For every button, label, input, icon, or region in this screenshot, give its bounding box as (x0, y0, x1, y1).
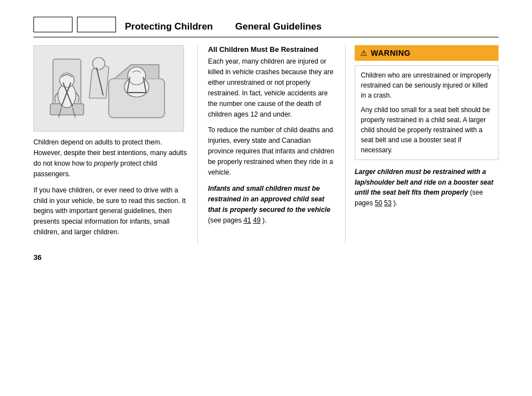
car-svg (36, 48, 181, 129)
right-bottom-text: Larger children must be restrained with … (355, 167, 499, 208)
header-title-general: General Guidelines (235, 21, 322, 32)
middle-para-3: Infants and small children must be restr… (208, 183, 337, 226)
warning-triangle-icon: ⚠ (360, 49, 367, 57)
svg-point-12 (93, 57, 105, 70)
header-title-protecting: Protecting Children (125, 21, 213, 32)
warning-header: ⚠ WARNING (355, 45, 499, 61)
header-boxes (33, 17, 116, 32)
page-number: 36 (33, 253, 499, 262)
middle-para-2: To reduce the number of child deaths and… (208, 125, 337, 178)
right-bottom-para: Larger children must be restrained with … (355, 167, 499, 208)
middle-body-text: Each year, many children are injured or … (208, 56, 337, 226)
page-container: Protecting Children General Guidelines (0, 0, 532, 396)
middle-para-1: Each year, many children are injured or … (208, 56, 337, 119)
warning-content-box: Children who are unrestrained or imprope… (355, 65, 499, 160)
warning-para-1: Children who are unrestrained or imprope… (361, 70, 492, 100)
header-area: Protecting Children General Guidelines (33, 17, 499, 32)
middle-section-title: All Children Must Be Restrained (208, 45, 337, 54)
left-body-text: Children depend on adults to protect the… (33, 137, 187, 238)
svg-point-3 (60, 73, 74, 88)
warning-box-container: ⚠ WARNING Children who are unrestrained … (355, 45, 499, 160)
left-para-2: If you have children, or ever need to dr… (33, 185, 187, 238)
left-column: Children depend on adults to protect the… (33, 45, 198, 243)
header-divider (33, 37, 499, 37)
middle-column: All Children Must Be Restrained Each yea… (198, 45, 346, 243)
left-para-1: Children depend on adults to protect the… (33, 137, 187, 180)
header-box-2 (77, 17, 116, 32)
right-column: ⚠ WARNING Children who are unrestrained … (346, 45, 499, 243)
header-titles: Protecting Children General Guidelines (125, 21, 322, 32)
main-content: Children depend on adults to protect the… (33, 45, 499, 243)
svg-point-8 (128, 67, 146, 85)
car-illustration (33, 45, 184, 132)
warning-para-2: Any child too small for a seat belt shou… (361, 105, 492, 155)
warning-title-text: WARNING (371, 49, 410, 57)
header-box-1 (33, 17, 72, 32)
